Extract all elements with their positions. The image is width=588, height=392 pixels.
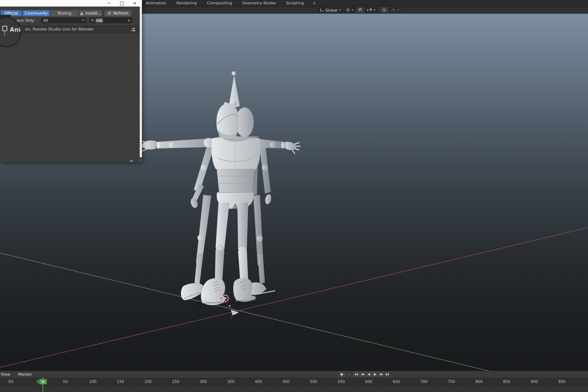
addon-search-input[interactable]: rok: [89, 17, 132, 23]
jump-to-start-icon: [355, 373, 358, 376]
download-icon: [80, 12, 83, 15]
proportional-editing-toggle[interactable]: [380, 7, 388, 13]
playhead-line[interactable]: [42, 377, 43, 392]
ruler-frame-label: 100: [89, 379, 97, 384]
ruler-frame-label: 350: [227, 379, 234, 384]
search-icon: [91, 19, 94, 22]
left-arm: [156, 138, 212, 148]
chevron-down-icon: [339, 9, 341, 11]
timeline-gridline: [341, 385, 342, 392]
addon-category-dropdown[interactable]: All: [41, 17, 86, 23]
ruler-frame-label: 200: [144, 379, 152, 384]
magnifier-artifact: [0, 15, 11, 18]
transform-orientation-dropdown[interactable]: Global: [318, 7, 343, 13]
timeline-track[interactable]: [0, 385, 588, 392]
snap-magnet-toggle[interactable]: [356, 7, 364, 13]
enabled-addons-only-label[interactable]: ons Only: [17, 18, 34, 23]
ruler-frame-label: 450: [282, 379, 290, 384]
timeline-gridline: [121, 385, 121, 392]
workspace-tab-animation[interactable]: Animation: [141, 0, 171, 7]
workspace-tab-compositing[interactable]: Compositing: [202, 0, 237, 7]
ruler-frame-label: 800: [475, 379, 483, 384]
category-value: All: [43, 18, 48, 23]
ruler-frame-label: 900: [531, 379, 538, 384]
ruler-frame-label: 650: [393, 379, 400, 384]
snap-target-dropdown[interactable]: [365, 7, 377, 13]
close-button[interactable]: ×: [133, 0, 137, 7]
timeline-gridline: [189, 385, 190, 392]
timeline-gridline: [24, 385, 24, 392]
clear-search-icon[interactable]: [127, 19, 131, 22]
addon-tab-community[interactable]: Community: [23, 10, 50, 16]
add-workspace-button[interactable]: +: [309, 0, 320, 7]
auto-keying-toggle[interactable]: [338, 372, 346, 377]
ruler-frame-label: 500: [310, 379, 317, 384]
snap-magnet-icon: [358, 8, 362, 12]
previous-keyframe-icon: [361, 373, 365, 376]
timeline-gridline: [424, 385, 424, 392]
ruler-frame-label: 0: [37, 379, 39, 384]
maximize-button[interactable]: □: [120, 0, 124, 7]
ruler-frame-label: 600: [365, 379, 372, 384]
axis-line-red: [0, 228, 588, 367]
keying-set-dropdown[interactable]: [346, 374, 351, 375]
timeline-gridline: [217, 385, 217, 392]
ruler-frame-label: 250: [172, 379, 179, 384]
timeline-gridline: [10, 385, 11, 392]
chevron-down-icon: [397, 9, 399, 11]
preferences-titlebar[interactable]: − □ ×: [0, 0, 142, 7]
preferences-scrollbar[interactable]: [140, 7, 142, 157]
timeline-ruler[interactable]: -500501001502002503003504004505005506006…: [0, 378, 588, 385]
workspace-tab-rendering[interactable]: Rendering: [171, 0, 202, 7]
timeline-gridline: [383, 385, 383, 392]
ruler-frame-label: 950: [558, 379, 565, 384]
left-leg: [216, 202, 229, 249]
play-reverse-icon: [367, 373, 371, 376]
jump-to-end-button[interactable]: [384, 372, 390, 377]
record-icon: [340, 373, 343, 376]
timeline-gridline: [410, 385, 411, 392]
snap-increment-icon: [367, 8, 372, 12]
workspace-tab-geometry-nodes[interactable]: Geometry Nodes: [237, 0, 281, 7]
refresh-button-label: Refresh: [113, 11, 128, 16]
timeline-editor: ViewMarker -5005010015020025030035040045…: [0, 371, 588, 392]
timeline-gridline: [493, 385, 493, 392]
timeline-menu-marker[interactable]: Marker: [14, 371, 36, 378]
workspace-tab-scripting[interactable]: Scripting: [281, 0, 309, 7]
timeline-gridline: [576, 385, 576, 392]
loupe-artifact-line: [4, 32, 5, 36]
timeline-gridline: [327, 385, 328, 392]
timeline-gridline: [314, 385, 314, 392]
timeline-gridline: [479, 385, 479, 392]
right-leg: [237, 202, 248, 250]
cone-tip-sphere: [232, 72, 236, 75]
timeline-gridline: [52, 385, 52, 392]
proportional-falloff-icon: [391, 8, 396, 12]
addon-enable-checkbox[interactable]: [2, 26, 7, 31]
addon-list-item-rokoko[interactable]: on: Rokoko Studio Live for Blender: [1, 25, 139, 33]
refresh-icon: [107, 12, 111, 15]
ruler-frame-label: 300: [200, 379, 207, 384]
timeline-gridline: [231, 385, 231, 392]
proportional-falloff-dropdown[interactable]: [389, 7, 401, 13]
refresh-addons-button[interactable]: Refresh: [105, 10, 131, 16]
pivot-point-dropdown[interactable]: [344, 7, 355, 13]
proportional-editing-icon: [382, 8, 386, 12]
axis-line-green: [0, 253, 588, 371]
play-button[interactable]: [372, 372, 378, 377]
jump-to-start-button[interactable]: [354, 372, 359, 377]
minimize-button[interactable]: −: [107, 0, 111, 7]
timeline-menu-view[interactable]: View: [0, 371, 14, 378]
timeline-gridline: [300, 385, 300, 392]
install-button-label: Install...: [85, 11, 101, 16]
next-keyframe-button[interactable]: [378, 372, 384, 377]
install-addon-button[interactable]: Install...: [79, 10, 102, 16]
addon-tab-testing[interactable]: Testing: [50, 10, 78, 16]
timeline-gridline: [396, 385, 397, 392]
statusbar-expand-icon[interactable]: [130, 160, 133, 162]
timeline-gridline: [534, 385, 535, 392]
timeline-gridline: [176, 385, 176, 392]
preferences-window: − □ × OfficialCommunityTesting Install..…: [0, 0, 142, 162]
previous-keyframe-button[interactable]: [360, 372, 366, 377]
play-reverse-button[interactable]: [366, 372, 372, 377]
